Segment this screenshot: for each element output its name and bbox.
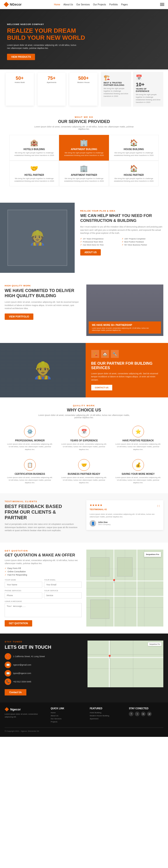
stat-apt-num: 75+ — [40, 75, 63, 81]
service-input[interactable] — [44, 592, 82, 598]
service-apartment: 🏢 APARTMENT BUILDING We bring the right … — [59, 135, 109, 161]
help-tag: REALIZE YOUR PLAN & IDEA — [80, 210, 162, 212]
hero-line1: REALIZE YOUR DREAM — [7, 27, 161, 34]
partner-building-desc: Lorem ipsum dolor sit amet, consectetur … — [91, 372, 162, 382]
hero-heading: REALIZE YOUR DREAM BUILD YOUR NEW WORLD — [7, 27, 161, 41]
why-desc-2: Lorem ipsum dolor sit amet, consectetur … — [61, 443, 107, 451]
stay-title: LETS GET IN TOUCH — [5, 644, 81, 650]
name-field: YOUR NAME — [5, 579, 42, 588]
hamburger-menu[interactable] — [160, 3, 164, 6]
service-apt-partner: 🏢 APARTMENT PARTNER We bring the right p… — [59, 161, 109, 186]
stay-section: STAY TUNED LETS GET IN TOUCH 📍 1 Califor… — [0, 633, 168, 703]
social-twitter[interactable]: t — [135, 712, 139, 716]
nav-pages[interactable]: Pages — [121, 3, 128, 6]
stat-houses: 500+ Modern House — [69, 73, 97, 106]
service-2-title: APARTMENT BUILDING — [63, 148, 105, 151]
quot-sub: Lorem ipsum dolor sit amet, consectetur … — [5, 559, 82, 565]
message-field: LEAVE A MESSAGE — [5, 600, 82, 618]
quality-desc: Lorem ipsum dolor sit amet, consectetur … — [5, 301, 82, 310]
quality-badge-desc: Lorem ipsum dolor sit amet, consectetur … — [92, 327, 158, 331]
stay-tag: STAY TUNED — [5, 641, 81, 643]
hero-desc: Lorem ipsum dolor sit amet, consectetur … — [7, 44, 77, 50]
form-row-1: YOUR NAME YOUR EMAIL — [5, 579, 82, 588]
stay-contact-btn[interactable]: Contact Us — [5, 689, 26, 695]
footer-link-projects[interactable]: Projects — [51, 721, 85, 723]
nav-about[interactable]: About Us — [64, 3, 73, 6]
nav-home[interactable]: Home — [54, 3, 60, 6]
hero-tag: WELCOME NGECOR COMPANY — [7, 23, 161, 26]
stat-apt-label: Apartments — [40, 81, 63, 84]
help-desc: But I must explain to you all this mista… — [80, 225, 162, 235]
footer-link-about[interactable]: About Us — [51, 715, 85, 717]
quotation-section: GET QUOTATION GET QUOTATION & MAKE AN OF… — [0, 542, 168, 634]
nav-projects[interactable]: Our Projects — [93, 3, 106, 6]
why-item-2: 📅 YEARS OF EXPERIENCE Lorem ipsum dolor … — [59, 423, 109, 453]
quote-icon: " — [157, 503, 160, 513]
check-4: Best Positive Feedback — [122, 241, 162, 243]
name-input[interactable] — [5, 582, 42, 588]
check-6: 50+ More Business Partner — [122, 244, 162, 246]
partner-card-2-desc: We bring the right people together to ch… — [136, 93, 161, 104]
why-desc-5: Lorem ipsum dolor sit amet, consectetur … — [61, 476, 107, 484]
phone-icon: 📞 — [5, 678, 11, 685]
test-card-1: ★★★★★ TESTIMONIAL #2 " Lorem ipsum dolor… — [86, 500, 163, 530]
footer-featured-col: FEATURED Hotel Building Modern House Bui… — [90, 707, 124, 724]
what-we-do-section: WHAT WE DO OUR SERVICE PROVIDED Lorem ip… — [0, 109, 168, 198]
footer-link-home[interactable]: Home — [51, 712, 85, 714]
footer-feat-1[interactable]: Hotel Building — [90, 712, 124, 714]
social-facebook[interactable]: f — [129, 712, 133, 716]
quotation-layout: GET QUOTATION GET QUOTATION & MAKE AN OF… — [5, 550, 163, 627]
help-title: WE CAN HELP WHAT YOU NEED FOR CONSTRUCTI… — [80, 213, 162, 223]
help-section: 👷 REALIZE YOUR PLAN & IDEA WE CAN HELP W… — [0, 203, 168, 273]
quotation-form: GET QUOTATION GET QUOTATION & MAKE AN OF… — [5, 550, 82, 627]
why-title: WHY CHOICE US — [5, 408, 163, 413]
why-tag: QUALITY WORK — [5, 404, 163, 407]
stat-hotels-num: 50+ — [8, 75, 31, 81]
stat-hotels: 50+ Hotels Build — [6, 73, 34, 106]
what-subtitle: Lorem ipsum dolor sit amet, consectetur … — [30, 126, 138, 130]
social-linkedin[interactable]: in — [141, 712, 145, 716]
quality-badge: WE HAVE MORE 50+ PARTNERSHIP Lorem ipsum… — [89, 321, 161, 334]
footer-logo-icon — [5, 707, 9, 711]
contact-email2: ✉️ typos@ngecor.com — [5, 670, 81, 677]
service-house-partner: 🏠 HOUSE PARTNER We bring the right peopl… — [109, 161, 159, 186]
partner-building-btn[interactable]: CONTACT US — [91, 385, 112, 391]
check-1: 15+ Years Of Experience — [80, 238, 121, 240]
footer-feat-2[interactable]: Modern House Building — [90, 715, 124, 717]
footer-feat-3[interactable]: Apartment — [90, 718, 124, 720]
logo[interactable]: NGecor — [4, 2, 22, 7]
why-desc-1: Lorem ipsum dolor sit amet, consectetur … — [7, 443, 53, 451]
footer: Ngecor Lorem ipsum dolor sit amet, conse… — [0, 703, 168, 737]
footer-link-services[interactable]: Our Services — [51, 718, 85, 720]
partner-building-section: 👷‍♂️ 🏗️ 🏠 🔧 BE OUR PARTNER FOR BUILDING … — [0, 343, 168, 397]
why-title-6: SAVING YOUR MORE MONEY — [115, 473, 161, 475]
hero-btn[interactable]: VIEW PRODUCTS — [7, 54, 35, 60]
message-textarea[interactable] — [5, 603, 82, 617]
check-2: 100+ Projects Completed — [122, 238, 162, 240]
email-icon-2: ✉️ — [5, 670, 11, 677]
service-hotel-partner: 🤝 HOTEL PARTNER We bring the right peopl… — [9, 161, 59, 186]
quality-content: HIGH QUALITY WORK WE HAVE COMMITED TO DE… — [5, 284, 82, 320]
quality-btn[interactable]: VIEW PORTFOLIO — [5, 313, 33, 320]
phone-field: PHONE SERVICES — [5, 590, 42, 598]
contact-address: 📍 1 California Street, #1 Long Street — [5, 653, 81, 660]
help-btn[interactable]: ABOUT US — [80, 249, 101, 255]
phone-input[interactable] — [5, 592, 42, 598]
stay-map-pin: 📍 — [107, 655, 112, 659]
footer-logo-text: Ngecor — [10, 708, 21, 711]
email-text-2: typos@ngecor.com — [13, 672, 31, 675]
nav-portfolio[interactable]: Portfolio — [109, 3, 118, 6]
stay-right: 📍 Serpukhov Fro — [87, 641, 163, 695]
service-5-desc: We bring the right people together to ch… — [63, 177, 105, 182]
email-input[interactable] — [44, 582, 82, 588]
footer-logo: Ngecor — [5, 707, 46, 711]
address-icon: 📍 — [5, 653, 11, 660]
quot-btn[interactable]: GET QUOTATION — [5, 620, 32, 626]
why-item-5: 🤝 BUSINESS PARTNER READY Lorem ipsum dol… — [59, 457, 109, 487]
social-youtube[interactable]: yt — [147, 712, 152, 716]
partner-building-content: 🏗️ 🏠 🔧 BE OUR PARTNER FOR BUILDING SERVI… — [86, 343, 168, 397]
email-label: YOUR EMAIL — [44, 579, 82, 581]
stay-map: 📍 Serpukhov Fro — [87, 641, 163, 687]
quot-checks: Easy Form Fill Online Consultation Fast … — [5, 567, 82, 576]
nav-services[interactable]: Our Services — [76, 3, 90, 6]
